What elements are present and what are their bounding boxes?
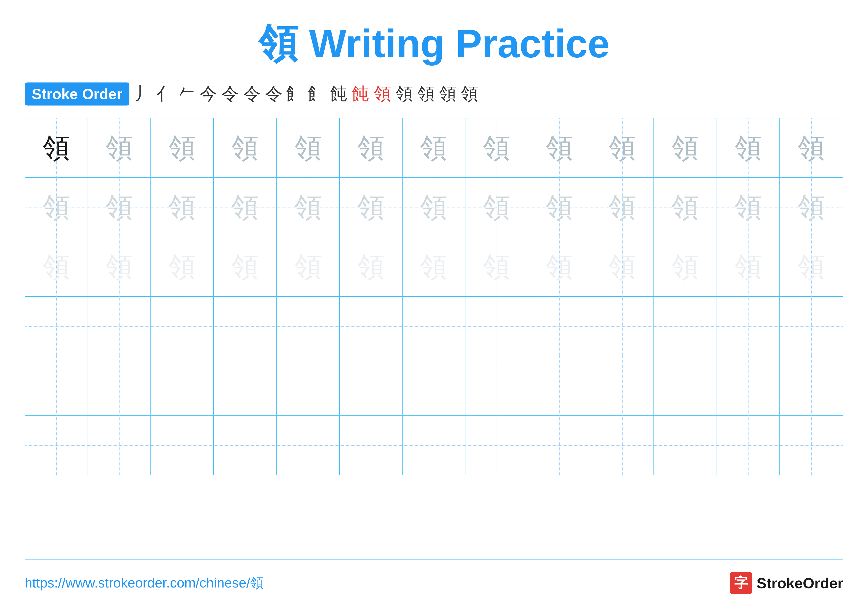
grid-cell[interactable]: [654, 297, 717, 356]
grid-cell[interactable]: [591, 297, 654, 356]
grid-cell[interactable]: 領: [654, 118, 717, 178]
grid-cell[interactable]: [717, 297, 780, 356]
grid-cell[interactable]: 領: [88, 118, 151, 178]
grid-cell[interactable]: 領: [277, 178, 340, 237]
grid-cell[interactable]: [88, 356, 151, 416]
grid-cell[interactable]: [591, 356, 654, 416]
grid-cell[interactable]: [277, 356, 340, 416]
grid-cell[interactable]: [340, 416, 403, 475]
stroke-7: 令: [265, 82, 282, 106]
grid-cell[interactable]: 領: [25, 118, 88, 178]
stroke-4: 今: [200, 82, 217, 106]
grid-cell[interactable]: 領: [403, 118, 465, 178]
grid-cell[interactable]: [403, 416, 465, 475]
grid-cell[interactable]: [528, 416, 591, 475]
grid-cell[interactable]: [340, 356, 403, 416]
stroke-order-badge: Stroke Order: [25, 82, 129, 106]
grid-cell[interactable]: 領: [25, 178, 88, 237]
stroke-11: 飩: [352, 82, 369, 106]
grid-cell[interactable]: 領: [151, 178, 214, 237]
grid-cell[interactable]: 領: [214, 178, 277, 237]
grid-cell[interactable]: 領: [528, 237, 591, 297]
grid-cell[interactable]: 領: [717, 178, 780, 237]
grid-cell[interactable]: 領: [591, 178, 654, 237]
grid-row-2: 領 領 領 領 領 領 領 領 領 領 領 領 領: [25, 178, 843, 237]
grid-cell[interactable]: 領: [591, 118, 654, 178]
grid-cell[interactable]: [151, 356, 214, 416]
grid-cell[interactable]: [654, 416, 717, 475]
grid-cell[interactable]: [403, 356, 465, 416]
grid-cell[interactable]: [214, 356, 277, 416]
grid-cell[interactable]: 領: [465, 237, 528, 297]
grid-cell[interactable]: [151, 297, 214, 356]
grid-cell[interactable]: 領: [654, 178, 717, 237]
grid-cell[interactable]: 領: [780, 118, 843, 178]
grid-cell[interactable]: 領: [717, 118, 780, 178]
grid-cell[interactable]: [717, 356, 780, 416]
grid-cell[interactable]: 領: [340, 237, 403, 297]
stroke-12: 領: [374, 82, 391, 106]
grid-cell[interactable]: [25, 416, 88, 475]
grid-cell[interactable]: 領: [277, 237, 340, 297]
grid-cell[interactable]: [403, 297, 465, 356]
stroke-13: 領: [396, 82, 413, 106]
grid-cell[interactable]: [214, 416, 277, 475]
grid-cell[interactable]: 領: [654, 237, 717, 297]
grid-cell[interactable]: [214, 297, 277, 356]
grid-cell[interactable]: [465, 356, 528, 416]
grid-cell[interactable]: [591, 416, 654, 475]
grid-cell[interactable]: 領: [780, 237, 843, 297]
grid-cell[interactable]: [277, 416, 340, 475]
grid-row-6: [25, 416, 843, 475]
practice-grid: 領 領 領 領 領 領 領 領 領 領 領 領 領 領 領 領 領 領 領 領 …: [25, 118, 843, 560]
grid-cell[interactable]: 領: [465, 118, 528, 178]
grid-cell[interactable]: 領: [88, 178, 151, 237]
grid-cell[interactable]: [88, 416, 151, 475]
grid-cell[interactable]: [25, 356, 88, 416]
grid-cell[interactable]: [151, 416, 214, 475]
grid-cell[interactable]: 領: [717, 237, 780, 297]
grid-cell[interactable]: 領: [780, 178, 843, 237]
grid-cell[interactable]: 領: [403, 237, 465, 297]
grid-cell[interactable]: [528, 356, 591, 416]
stroke-14: 領: [417, 82, 435, 106]
grid-cell[interactable]: [780, 416, 843, 475]
stroke-2: 亻: [156, 82, 174, 106]
grid-row-3: 領 領 領 領 領 領 領 領 領 領 領 領 領: [25, 237, 843, 297]
grid-cell[interactable]: 領: [151, 118, 214, 178]
grid-cell[interactable]: [654, 356, 717, 416]
grid-row-1: 領 領 領 領 領 領 領 領 領 領 領 領 領: [25, 118, 843, 178]
grid-cell[interactable]: [340, 297, 403, 356]
grid-cell[interactable]: [465, 297, 528, 356]
grid-cell[interactable]: 領: [403, 178, 465, 237]
grid-cell[interactable]: 領: [591, 237, 654, 297]
stroke-9: 飠: [308, 82, 326, 106]
grid-cell[interactable]: [528, 297, 591, 356]
grid-cell[interactable]: 領: [277, 118, 340, 178]
grid-cell[interactable]: 領: [528, 118, 591, 178]
footer-url[interactable]: https://www.strokeorder.com/chinese/領: [25, 574, 264, 592]
grid-cell[interactable]: [88, 297, 151, 356]
stroke-5: 令: [222, 82, 239, 106]
grid-cell[interactable]: 領: [340, 178, 403, 237]
grid-cell[interactable]: [465, 416, 528, 475]
grid-cell[interactable]: [780, 356, 843, 416]
grid-cell[interactable]: [717, 416, 780, 475]
grid-cell[interactable]: 領: [214, 237, 277, 297]
grid-cell[interactable]: 領: [25, 237, 88, 297]
grid-cell[interactable]: 領: [88, 237, 151, 297]
grid-cell[interactable]: 領: [340, 118, 403, 178]
grid-cell[interactable]: 領: [151, 237, 214, 297]
stroke-15: 領: [439, 82, 457, 106]
footer-logo: 字 StrokeOrder: [730, 572, 843, 594]
grid-cell[interactable]: [25, 297, 88, 356]
grid-cell[interactable]: [780, 297, 843, 356]
grid-cell[interactable]: 領: [528, 178, 591, 237]
grid-cell[interactable]: [277, 297, 340, 356]
stroke-8: 飠: [287, 82, 304, 106]
grid-cell[interactable]: 領: [214, 118, 277, 178]
page: 領 Writing Practice Stroke Order 丿 亻 𠂉 今 …: [0, 0, 868, 614]
stroke-10: 飩: [330, 82, 348, 106]
stroke-1: 丿: [134, 82, 152, 106]
grid-cell[interactable]: 領: [465, 178, 528, 237]
